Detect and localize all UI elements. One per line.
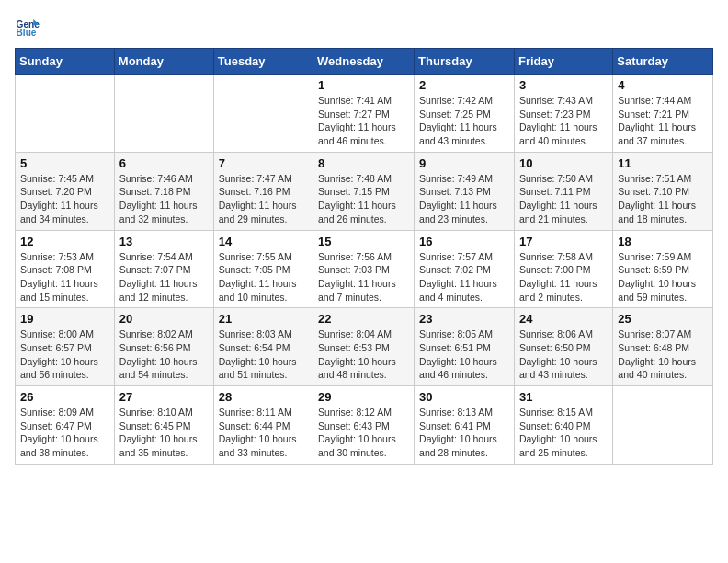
logo: General Blue xyxy=(15,15,44,40)
day-info: Sunrise: 7:49 AM Sunset: 7:13 PM Dayligh… xyxy=(419,172,509,226)
calendar-cell xyxy=(213,75,313,153)
calendar-week-row: 26Sunrise: 8:09 AM Sunset: 6:47 PM Dayli… xyxy=(16,386,713,465)
calendar-cell: 18Sunrise: 7:59 AM Sunset: 6:59 PM Dayli… xyxy=(613,230,713,308)
day-info: Sunrise: 8:12 AM Sunset: 6:43 PM Dayligh… xyxy=(318,406,409,460)
calendar-cell: 25Sunrise: 8:07 AM Sunset: 6:48 PM Dayli… xyxy=(613,308,713,386)
weekday-header-saturday: Saturday xyxy=(613,49,713,75)
day-info: Sunrise: 7:42 AM Sunset: 7:25 PM Dayligh… xyxy=(419,94,509,148)
weekday-header-thursday: Thursday xyxy=(415,49,515,75)
day-info: Sunrise: 8:10 AM Sunset: 6:45 PM Dayligh… xyxy=(119,406,209,460)
day-number: 30 xyxy=(419,390,509,404)
day-number: 24 xyxy=(519,312,608,326)
day-info: Sunrise: 7:46 AM Sunset: 7:18 PM Dayligh… xyxy=(119,172,209,226)
day-info: Sunrise: 7:44 AM Sunset: 7:21 PM Dayligh… xyxy=(618,94,708,148)
day-number: 4 xyxy=(618,78,708,92)
weekday-header-sunday: Sunday xyxy=(16,49,115,75)
day-number: 12 xyxy=(20,235,109,248)
calendar-cell: 14Sunrise: 7:55 AM Sunset: 7:05 PM Dayli… xyxy=(213,230,313,308)
day-number: 21 xyxy=(219,312,308,326)
day-info: Sunrise: 8:05 AM Sunset: 6:51 PM Dayligh… xyxy=(419,327,509,382)
day-number: 5 xyxy=(20,156,109,170)
day-number: 14 xyxy=(219,235,308,248)
day-number: 20 xyxy=(119,312,209,326)
calendar-cell: 28Sunrise: 8:11 AM Sunset: 6:44 PM Dayli… xyxy=(213,386,313,465)
calendar-body: 1Sunrise: 7:41 AM Sunset: 7:27 PM Daylig… xyxy=(16,75,713,465)
day-number: 2 xyxy=(419,78,509,92)
calendar-cell: 8Sunrise: 7:48 AM Sunset: 7:15 PM Daylig… xyxy=(313,152,415,230)
calendar-cell: 27Sunrise: 8:10 AM Sunset: 6:45 PM Dayli… xyxy=(114,386,213,465)
calendar-cell: 31Sunrise: 8:15 AM Sunset: 6:40 PM Dayli… xyxy=(514,386,612,465)
calendar-cell: 10Sunrise: 7:50 AM Sunset: 7:11 PM Dayli… xyxy=(514,152,612,230)
day-number: 9 xyxy=(419,156,509,170)
day-number: 1 xyxy=(318,78,409,92)
day-info: Sunrise: 8:04 AM Sunset: 6:53 PM Dayligh… xyxy=(318,327,409,382)
weekday-header-friday: Friday xyxy=(514,49,612,75)
calendar-cell: 12Sunrise: 7:53 AM Sunset: 7:08 PM Dayli… xyxy=(16,230,115,308)
calendar-week-row: 5Sunrise: 7:45 AM Sunset: 7:20 PM Daylig… xyxy=(16,152,713,230)
calendar-cell: 1Sunrise: 7:41 AM Sunset: 7:27 PM Daylig… xyxy=(313,75,415,153)
weekday-header-wednesday: Wednesday xyxy=(313,49,415,75)
calendar-cell: 11Sunrise: 7:51 AM Sunset: 7:10 PM Dayli… xyxy=(613,152,713,230)
day-number: 15 xyxy=(318,235,409,248)
day-number: 6 xyxy=(119,156,209,170)
day-info: Sunrise: 8:02 AM Sunset: 6:56 PM Dayligh… xyxy=(119,327,209,382)
day-number: 28 xyxy=(219,390,308,404)
day-info: Sunrise: 8:06 AM Sunset: 6:50 PM Dayligh… xyxy=(519,327,608,382)
calendar-cell: 23Sunrise: 8:05 AM Sunset: 6:51 PM Dayli… xyxy=(415,308,515,386)
calendar-week-row: 19Sunrise: 8:00 AM Sunset: 6:57 PM Dayli… xyxy=(16,308,713,386)
day-info: Sunrise: 7:51 AM Sunset: 7:10 PM Dayligh… xyxy=(618,172,708,226)
calendar-cell: 16Sunrise: 7:57 AM Sunset: 7:02 PM Dayli… xyxy=(415,230,515,308)
calendar-cell: 2Sunrise: 7:42 AM Sunset: 7:25 PM Daylig… xyxy=(415,75,515,153)
day-info: Sunrise: 8:15 AM Sunset: 6:40 PM Dayligh… xyxy=(519,406,608,460)
calendar-cell xyxy=(114,75,213,153)
calendar-cell: 22Sunrise: 8:04 AM Sunset: 6:53 PM Dayli… xyxy=(313,308,415,386)
day-number: 31 xyxy=(519,390,608,404)
day-info: Sunrise: 7:41 AM Sunset: 7:27 PM Dayligh… xyxy=(318,94,409,148)
day-info: Sunrise: 7:56 AM Sunset: 7:03 PM Dayligh… xyxy=(318,250,409,304)
day-info: Sunrise: 7:55 AM Sunset: 7:05 PM Dayligh… xyxy=(219,250,308,304)
svg-text:Blue: Blue xyxy=(17,28,37,38)
calendar-cell: 15Sunrise: 7:56 AM Sunset: 7:03 PM Dayli… xyxy=(313,230,415,308)
day-info: Sunrise: 7:58 AM Sunset: 7:00 PM Dayligh… xyxy=(519,250,608,304)
calendar-cell: 26Sunrise: 8:09 AM Sunset: 6:47 PM Dayli… xyxy=(16,386,115,465)
calendar-table: SundayMondayTuesdayWednesdayThursdayFrid… xyxy=(15,48,713,465)
day-info: Sunrise: 7:53 AM Sunset: 7:08 PM Dayligh… xyxy=(20,250,109,304)
day-info: Sunrise: 7:48 AM Sunset: 7:15 PM Dayligh… xyxy=(318,172,409,226)
weekday-header-monday: Monday xyxy=(114,49,213,75)
day-info: Sunrise: 7:50 AM Sunset: 7:11 PM Dayligh… xyxy=(519,172,608,226)
logo-icon: General Blue xyxy=(15,15,40,40)
calendar-cell: 3Sunrise: 7:43 AM Sunset: 7:23 PM Daylig… xyxy=(514,75,612,153)
day-number: 13 xyxy=(119,235,209,248)
day-info: Sunrise: 7:47 AM Sunset: 7:16 PM Dayligh… xyxy=(219,172,308,226)
day-number: 23 xyxy=(419,312,509,326)
weekday-header-tuesday: Tuesday xyxy=(213,49,313,75)
day-number: 16 xyxy=(419,235,509,248)
day-number: 27 xyxy=(119,390,209,404)
calendar-cell: 21Sunrise: 8:03 AM Sunset: 6:54 PM Dayli… xyxy=(213,308,313,386)
calendar-cell: 7Sunrise: 7:47 AM Sunset: 7:16 PM Daylig… xyxy=(213,152,313,230)
calendar-cell: 13Sunrise: 7:54 AM Sunset: 7:07 PM Dayli… xyxy=(114,230,213,308)
calendar-cell: 29Sunrise: 8:12 AM Sunset: 6:43 PM Dayli… xyxy=(313,386,415,465)
calendar-cell: 5Sunrise: 7:45 AM Sunset: 7:20 PM Daylig… xyxy=(16,152,115,230)
day-number: 11 xyxy=(618,156,708,170)
day-number: 10 xyxy=(519,156,608,170)
day-number: 29 xyxy=(318,390,409,404)
weekday-header-row: SundayMondayTuesdayWednesdayThursdayFrid… xyxy=(16,49,713,75)
day-info: Sunrise: 7:57 AM Sunset: 7:02 PM Dayligh… xyxy=(419,250,509,304)
day-info: Sunrise: 8:07 AM Sunset: 6:48 PM Dayligh… xyxy=(618,327,708,382)
day-number: 8 xyxy=(318,156,409,170)
day-info: Sunrise: 8:11 AM Sunset: 6:44 PM Dayligh… xyxy=(219,406,308,460)
day-number: 25 xyxy=(618,312,708,326)
calendar-week-row: 1Sunrise: 7:41 AM Sunset: 7:27 PM Daylig… xyxy=(16,75,713,153)
day-info: Sunrise: 8:09 AM Sunset: 6:47 PM Dayligh… xyxy=(20,406,109,460)
day-number: 19 xyxy=(20,312,109,326)
day-info: Sunrise: 8:03 AM Sunset: 6:54 PM Dayligh… xyxy=(219,327,308,382)
calendar-cell: 17Sunrise: 7:58 AM Sunset: 7:00 PM Dayli… xyxy=(514,230,612,308)
calendar-cell: 30Sunrise: 8:13 AM Sunset: 6:41 PM Dayli… xyxy=(415,386,515,465)
calendar-cell: 19Sunrise: 8:00 AM Sunset: 6:57 PM Dayli… xyxy=(16,308,115,386)
day-info: Sunrise: 7:59 AM Sunset: 6:59 PM Dayligh… xyxy=(618,250,708,304)
calendar-cell: 24Sunrise: 8:06 AM Sunset: 6:50 PM Dayli… xyxy=(514,308,612,386)
day-number: 7 xyxy=(219,156,308,170)
day-number: 22 xyxy=(318,312,409,326)
day-number: 3 xyxy=(519,78,608,92)
